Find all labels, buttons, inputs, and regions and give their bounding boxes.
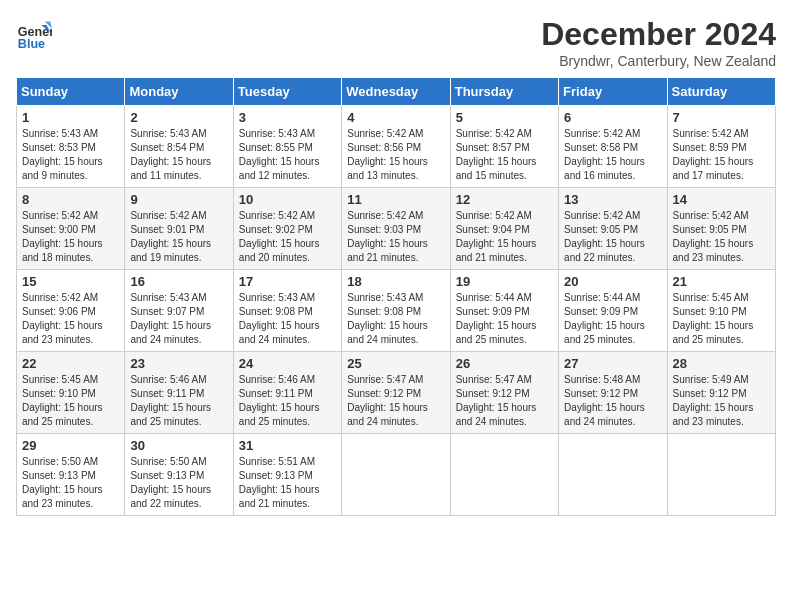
logo-icon: General Blue (16, 16, 52, 52)
day-info: Sunrise: 5:42 AMSunset: 9:06 PMDaylight:… (22, 291, 119, 347)
day-number: 28 (673, 356, 770, 371)
day-number: 12 (456, 192, 553, 207)
day-info: Sunrise: 5:42 AMSunset: 9:04 PMDaylight:… (456, 209, 553, 265)
calendar-week-row: 22Sunrise: 5:45 AMSunset: 9:10 PMDayligh… (17, 352, 776, 434)
day-info: Sunrise: 5:46 AMSunset: 9:11 PMDaylight:… (239, 373, 336, 429)
day-info: Sunrise: 5:49 AMSunset: 9:12 PMDaylight:… (673, 373, 770, 429)
day-info: Sunrise: 5:42 AMSunset: 9:02 PMDaylight:… (239, 209, 336, 265)
day-info: Sunrise: 5:42 AMSunset: 9:01 PMDaylight:… (130, 209, 227, 265)
calendar-cell: 10Sunrise: 5:42 AMSunset: 9:02 PMDayligh… (233, 188, 341, 270)
calendar-cell: 31Sunrise: 5:51 AMSunset: 9:13 PMDayligh… (233, 434, 341, 516)
day-info: Sunrise: 5:44 AMSunset: 9:09 PMDaylight:… (564, 291, 661, 347)
day-number: 2 (130, 110, 227, 125)
day-number: 13 (564, 192, 661, 207)
calendar-cell: 2Sunrise: 5:43 AMSunset: 8:54 PMDaylight… (125, 106, 233, 188)
day-number: 23 (130, 356, 227, 371)
calendar-cell: 28Sunrise: 5:49 AMSunset: 9:12 PMDayligh… (667, 352, 775, 434)
day-number: 21 (673, 274, 770, 289)
day-number: 9 (130, 192, 227, 207)
day-info: Sunrise: 5:42 AMSunset: 8:57 PMDaylight:… (456, 127, 553, 183)
day-info: Sunrise: 5:45 AMSunset: 9:10 PMDaylight:… (22, 373, 119, 429)
day-number: 29 (22, 438, 119, 453)
location-title: Bryndwr, Canterbury, New Zealand (541, 53, 776, 69)
weekday-header: Thursday (450, 78, 558, 106)
calendar-cell: 19Sunrise: 5:44 AMSunset: 9:09 PMDayligh… (450, 270, 558, 352)
day-number: 8 (22, 192, 119, 207)
day-number: 6 (564, 110, 661, 125)
day-number: 20 (564, 274, 661, 289)
day-number: 4 (347, 110, 444, 125)
calendar-cell: 22Sunrise: 5:45 AMSunset: 9:10 PMDayligh… (17, 352, 125, 434)
page-header: General Blue December 2024 Bryndwr, Cant… (16, 16, 776, 69)
weekday-header: Saturday (667, 78, 775, 106)
calendar-cell (450, 434, 558, 516)
weekday-header: Wednesday (342, 78, 450, 106)
day-number: 26 (456, 356, 553, 371)
calendar-cell: 9Sunrise: 5:42 AMSunset: 9:01 PMDaylight… (125, 188, 233, 270)
day-info: Sunrise: 5:42 AMSunset: 9:00 PMDaylight:… (22, 209, 119, 265)
weekday-header: Monday (125, 78, 233, 106)
calendar-cell: 24Sunrise: 5:46 AMSunset: 9:11 PMDayligh… (233, 352, 341, 434)
calendar-cell: 6Sunrise: 5:42 AMSunset: 8:58 PMDaylight… (559, 106, 667, 188)
day-number: 10 (239, 192, 336, 207)
day-number: 15 (22, 274, 119, 289)
day-info: Sunrise: 5:51 AMSunset: 9:13 PMDaylight:… (239, 455, 336, 511)
day-number: 11 (347, 192, 444, 207)
day-info: Sunrise: 5:47 AMSunset: 9:12 PMDaylight:… (347, 373, 444, 429)
day-number: 18 (347, 274, 444, 289)
calendar-cell: 7Sunrise: 5:42 AMSunset: 8:59 PMDaylight… (667, 106, 775, 188)
day-info: Sunrise: 5:42 AMSunset: 8:59 PMDaylight:… (673, 127, 770, 183)
day-number: 16 (130, 274, 227, 289)
calendar-table: SundayMondayTuesdayWednesdayThursdayFrid… (16, 77, 776, 516)
calendar-cell: 13Sunrise: 5:42 AMSunset: 9:05 PMDayligh… (559, 188, 667, 270)
calendar-cell: 16Sunrise: 5:43 AMSunset: 9:07 PMDayligh… (125, 270, 233, 352)
day-number: 31 (239, 438, 336, 453)
calendar-cell (342, 434, 450, 516)
calendar-cell: 3Sunrise: 5:43 AMSunset: 8:55 PMDaylight… (233, 106, 341, 188)
calendar-cell (667, 434, 775, 516)
day-info: Sunrise: 5:50 AMSunset: 9:13 PMDaylight:… (22, 455, 119, 511)
day-number: 27 (564, 356, 661, 371)
calendar-cell: 26Sunrise: 5:47 AMSunset: 9:12 PMDayligh… (450, 352, 558, 434)
weekday-header: Tuesday (233, 78, 341, 106)
calendar-cell: 5Sunrise: 5:42 AMSunset: 8:57 PMDaylight… (450, 106, 558, 188)
calendar-week-row: 29Sunrise: 5:50 AMSunset: 9:13 PMDayligh… (17, 434, 776, 516)
day-info: Sunrise: 5:44 AMSunset: 9:09 PMDaylight:… (456, 291, 553, 347)
calendar-cell: 27Sunrise: 5:48 AMSunset: 9:12 PMDayligh… (559, 352, 667, 434)
calendar-cell: 30Sunrise: 5:50 AMSunset: 9:13 PMDayligh… (125, 434, 233, 516)
calendar-cell: 8Sunrise: 5:42 AMSunset: 9:00 PMDaylight… (17, 188, 125, 270)
calendar-cell: 20Sunrise: 5:44 AMSunset: 9:09 PMDayligh… (559, 270, 667, 352)
svg-text:Blue: Blue (18, 37, 45, 51)
day-info: Sunrise: 5:42 AMSunset: 9:05 PMDaylight:… (673, 209, 770, 265)
day-number: 24 (239, 356, 336, 371)
day-number: 5 (456, 110, 553, 125)
day-info: Sunrise: 5:42 AMSunset: 9:03 PMDaylight:… (347, 209, 444, 265)
calendar-week-row: 15Sunrise: 5:42 AMSunset: 9:06 PMDayligh… (17, 270, 776, 352)
day-info: Sunrise: 5:42 AMSunset: 8:56 PMDaylight:… (347, 127, 444, 183)
weekday-header-row: SundayMondayTuesdayWednesdayThursdayFrid… (17, 78, 776, 106)
day-number: 1 (22, 110, 119, 125)
calendar-cell: 4Sunrise: 5:42 AMSunset: 8:56 PMDaylight… (342, 106, 450, 188)
calendar-cell: 15Sunrise: 5:42 AMSunset: 9:06 PMDayligh… (17, 270, 125, 352)
calendar-cell (559, 434, 667, 516)
day-number: 19 (456, 274, 553, 289)
calendar-week-row: 1Sunrise: 5:43 AMSunset: 8:53 PMDaylight… (17, 106, 776, 188)
day-info: Sunrise: 5:46 AMSunset: 9:11 PMDaylight:… (130, 373, 227, 429)
calendar-cell: 11Sunrise: 5:42 AMSunset: 9:03 PMDayligh… (342, 188, 450, 270)
weekday-header: Friday (559, 78, 667, 106)
calendar-cell: 17Sunrise: 5:43 AMSunset: 9:08 PMDayligh… (233, 270, 341, 352)
month-title: December 2024 (541, 16, 776, 53)
day-info: Sunrise: 5:43 AMSunset: 9:08 PMDaylight:… (347, 291, 444, 347)
day-number: 17 (239, 274, 336, 289)
day-info: Sunrise: 5:43 AMSunset: 9:07 PMDaylight:… (130, 291, 227, 347)
calendar-cell: 25Sunrise: 5:47 AMSunset: 9:12 PMDayligh… (342, 352, 450, 434)
day-info: Sunrise: 5:42 AMSunset: 9:05 PMDaylight:… (564, 209, 661, 265)
day-info: Sunrise: 5:50 AMSunset: 9:13 PMDaylight:… (130, 455, 227, 511)
day-info: Sunrise: 5:48 AMSunset: 9:12 PMDaylight:… (564, 373, 661, 429)
calendar-cell: 18Sunrise: 5:43 AMSunset: 9:08 PMDayligh… (342, 270, 450, 352)
logo: General Blue (16, 16, 56, 52)
day-info: Sunrise: 5:47 AMSunset: 9:12 PMDaylight:… (456, 373, 553, 429)
calendar-cell: 1Sunrise: 5:43 AMSunset: 8:53 PMDaylight… (17, 106, 125, 188)
weekday-header: Sunday (17, 78, 125, 106)
day-number: 7 (673, 110, 770, 125)
